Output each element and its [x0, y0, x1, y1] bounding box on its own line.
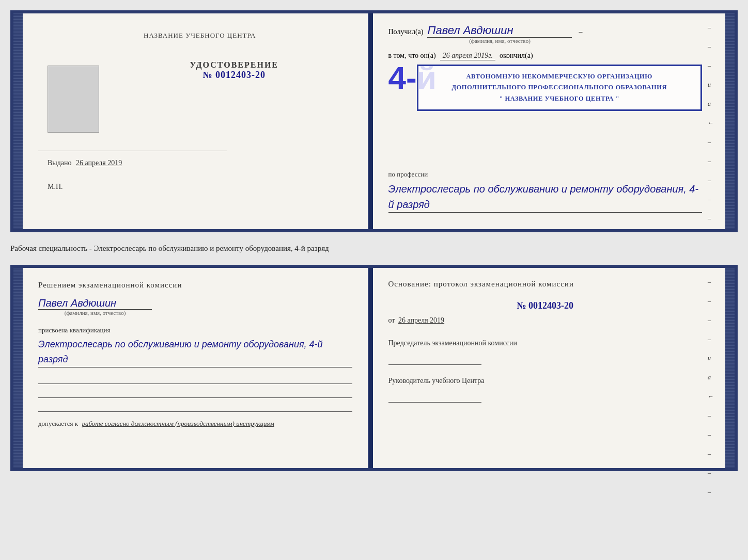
stamp-block: АВТОНОМНУЮ НЕКОММЕРЧЕСКУЮ ОРГАНИЗАЦИЮ ДО…: [417, 65, 703, 111]
line-1: [38, 373, 352, 384]
mp-label: М.П.: [38, 183, 352, 191]
date-value: 26 апреля 2019г.: [440, 52, 495, 60]
issued-label: Выдано: [48, 159, 72, 167]
allowed-block: допускается к работе согласно должностны…: [38, 420, 352, 428]
decision-title: Решением экзаменационной комиссии: [38, 281, 352, 290]
received-name: Павел Авдюшин: [427, 24, 572, 38]
name-hint-top: (фамилия, имя, отчество): [427, 38, 572, 44]
between-label: Рабочая специальность - Электрослесарь п…: [10, 242, 738, 255]
protocol-number: № 0012403-20: [388, 300, 703, 311]
line-2: [38, 387, 352, 398]
stamp-line3: " НАЗВАНИЕ УЧЕБНОГО ЦЕНТРА ": [425, 93, 695, 104]
photo-placeholder: [48, 66, 99, 133]
issued-date: 26 апреля 2019: [76, 159, 122, 167]
qualification-value: Электрослесарь по обслуживанию и ремонту…: [38, 337, 352, 367]
finished-label: окончил(а): [500, 52, 533, 60]
in-that-prefix: в том, что он(а): [388, 52, 436, 60]
top-left-page: НАЗВАНИЕ УЧЕБНОГО ЦЕНТРА УДОСТОВЕРЕНИЕ №…: [23, 13, 369, 229]
stamp-line2: ДОПОЛНИТЕЛЬНОГО ПРОФЕССИОНАЛЬНОГО ОБРАЗО…: [425, 82, 695, 93]
head-signature-line: [388, 391, 481, 403]
profession-label: по профессии: [388, 170, 703, 179]
allowed-prefix: допускается к: [38, 420, 78, 427]
right-edge-marks-bottom: – – – – и а ← – – – – –: [708, 278, 714, 496]
top-right-page: Получил(а) Павел Авдюшин (фамилия, имя, …: [373, 13, 726, 229]
right-spine-bottom: [725, 268, 735, 468]
signature-lines-block: [38, 373, 352, 412]
head-label: Руководитель учебного Центра: [388, 375, 703, 386]
from-prefix: от: [388, 316, 395, 324]
page-wrapper: НАЗВАНИЕ УЧЕБНОГО ЦЕНТРА УДОСТОВЕРЕНИЕ №…: [10, 10, 738, 471]
from-date: 26 апреля 2019: [398, 316, 444, 324]
right-spine-top: [725, 13, 735, 229]
training-center-title: НАЗВАНИЕ УЧЕБНОГО ЦЕНТРА: [38, 31, 352, 40]
line-3: [38, 401, 352, 412]
top-document: НАЗВАНИЕ УЧЕБНОГО ЦЕНТРА УДОСТОВЕРЕНИЕ №…: [10, 10, 738, 232]
stamp-line1: АВТОНОМНУЮ НЕКОММЕРЧЕСКУЮ ОРГАНИЗАЦИЮ: [425, 71, 695, 82]
cert-label: УДОСТОВЕРЕНИЕ: [116, 60, 352, 70]
person-name-bottom: Павел Авдюшин: [38, 297, 152, 310]
protocol-block: № 0012403-20: [388, 300, 703, 311]
left-spine-bottom: [13, 268, 23, 468]
stamp-area: 4-й АВТОНОМНУЮ НЕКОММЕРЧЕСКУЮ ОРГАНИЗАЦИ…: [388, 65, 703, 116]
left-spine: [13, 13, 23, 229]
profession-value: Электрослесарь по обслуживанию и ремонту…: [388, 181, 703, 213]
name-hint-bottom: (фамилия, имя, отчество): [38, 310, 152, 316]
assigned-label: присвоена квалификация: [38, 326, 352, 334]
chairman-signature-line: [388, 354, 481, 365]
profession-block: по профессии Электрослесарь по обслужива…: [388, 170, 703, 213]
bottom-left-page: Решением экзаменационной комиссии Павел …: [23, 268, 369, 468]
allowed-value: работе согласно должностным (производств…: [82, 420, 274, 427]
in-that-block: в том, что он(а) 26 апреля 2019г. окончи…: [388, 52, 703, 60]
basis-label: Основание: протокол экзаменационной коми…: [388, 278, 703, 290]
right-edge-marks-top: – – – и а ← – – – – –: [708, 24, 714, 222]
from-date-block: от 26 апреля 2019: [388, 316, 703, 325]
center-spine: [369, 13, 373, 229]
bottom-right-page: Основание: протокол экзаменационной коми…: [373, 268, 726, 468]
cert-number: № 0012403-20: [116, 70, 352, 81]
received-block: Получил(а) Павел Авдюшин (фамилия, имя, …: [388, 24, 703, 44]
center-spine-bottom: [369, 268, 373, 468]
received-prefix: Получил(а): [388, 28, 424, 36]
bottom-document: Решением экзаменационной комиссии Павел …: [10, 265, 738, 471]
chairman-label: Председатель экзаменационной комиссии: [388, 338, 703, 348]
